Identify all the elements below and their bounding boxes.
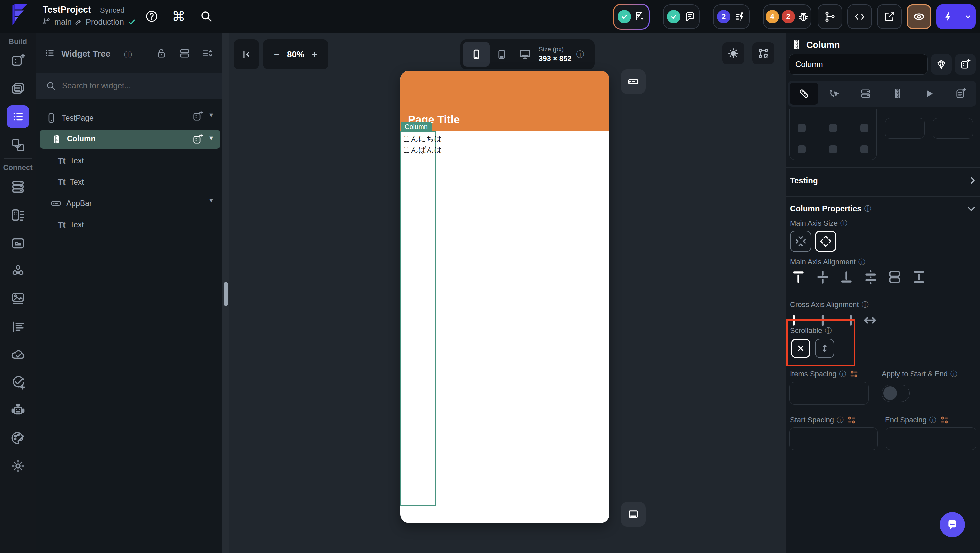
info-icon[interactable]: ⓘ [950, 369, 957, 379]
device-tablet-tab[interactable] [490, 48, 513, 60]
tree-node-appbar[interactable]: AppBar [50, 195, 217, 212]
rail-item-pages[interactable] [8, 79, 28, 99]
panels-icon[interactable] [179, 47, 191, 59]
lock-icon[interactable] [155, 47, 167, 59]
widget-style-button[interactable] [931, 54, 951, 75]
widget-search-input[interactable] [61, 81, 209, 91]
cross-axis-align-stretch[interactable] [862, 312, 878, 330]
rail-item-ai-agent[interactable] [8, 400, 28, 420]
command-menu-button[interactable]: ⌘ [172, 9, 185, 24]
main-axis-align-start[interactable] [790, 269, 807, 287]
widget-name-input[interactable] [789, 54, 928, 75]
support-chat-button[interactable] [940, 512, 965, 537]
text-widget[interactable]: こんにちは [403, 133, 442, 144]
tree-node-column-selected[interactable]: Column ▾ [40, 130, 220, 149]
tab-design[interactable] [790, 83, 818, 105]
device-desktop-tab[interactable] [513, 48, 536, 61]
chevron-right-icon[interactable] [967, 175, 978, 186]
run-split-button[interactable] [936, 4, 976, 29]
tree-scrollbar-thumb[interactable] [224, 282, 228, 306]
main-axis-align-space-evenly[interactable] [862, 269, 879, 287]
column-properties-header[interactable]: Column Properties [790, 204, 862, 213]
branch-tool-button[interactable] [818, 4, 842, 29]
rail-item-settings[interactable] [8, 456, 28, 476]
device-phone-tab[interactable] [463, 42, 490, 67]
help-button[interactable] [145, 10, 159, 25]
scrollable-off-button[interactable] [791, 338, 810, 358]
info-icon[interactable]: ⓘ [825, 326, 832, 335]
selection-outline[interactable]: こんにちは こんばんは [401, 131, 436, 506]
chevron-down-icon[interactable] [966, 203, 977, 215]
info-icon[interactable]: ⓘ [929, 415, 936, 425]
info-icon[interactable]: ⓘ [862, 300, 869, 309]
rail-item-images[interactable] [8, 289, 28, 309]
collapse-list-icon[interactable] [201, 47, 213, 59]
chevron-down-icon[interactable]: ▾ [209, 196, 213, 205]
chevron-down-icon[interactable]: ▾ [209, 111, 213, 119]
tab-backend[interactable] [850, 88, 881, 100]
info-icon[interactable]: ⓘ [864, 204, 871, 213]
main-axis-align-space-around[interactable] [886, 269, 903, 287]
run-button[interactable] [936, 11, 960, 22]
rail-item-cloud-functions[interactable] [8, 345, 28, 365]
add-child-widget-button[interactable] [955, 54, 976, 75]
start-spacing-input[interactable] [789, 427, 878, 450]
info-icon[interactable]: ⓘ [858, 257, 865, 267]
alignment-x-input[interactable] [885, 118, 925, 139]
search-button[interactable] [199, 10, 213, 24]
set-from-variable-icon[interactable] [849, 369, 859, 379]
collapse-panel-button[interactable] [234, 39, 259, 69]
flutterflow-logo[interactable] [7, 3, 32, 31]
actions-pill[interactable]: 2 [713, 4, 749, 29]
chevron-down-icon[interactable]: ▾ [209, 133, 213, 142]
run-options-button[interactable] [960, 12, 976, 21]
tab-animations[interactable] [913, 88, 945, 99]
scrollable-on-button[interactable] [815, 338, 834, 358]
app-bar[interactable]: Page Title [401, 71, 609, 131]
rail-item-widget-palette[interactable] [8, 51, 28, 71]
main-axis-align-space-between[interactable] [911, 269, 928, 287]
alignment-y-input[interactable] [933, 118, 973, 139]
tree-scrollbar-track[interactable] [223, 33, 229, 553]
zoom-out-button[interactable]: − [274, 49, 280, 60]
light-mode-toggle[interactable] [722, 42, 744, 64]
info-icon[interactable]: ⓘ [576, 49, 584, 60]
info-icon[interactable]: ⓘ [840, 219, 847, 228]
set-from-variable-icon[interactable] [940, 415, 949, 425]
info-icon[interactable]: ⓘ [837, 415, 844, 425]
add-widget-icon[interactable] [192, 133, 204, 145]
canvas-area[interactable]: − 80% + Size (px) 393 × 852 ⓘ [229, 33, 785, 553]
rail-item-theme[interactable] [8, 428, 28, 448]
tree-node-text-1[interactable]: Tt Text [58, 152, 218, 169]
testing-section-header[interactable]: Testing [790, 176, 818, 185]
rail-item-integrations[interactable] [8, 261, 28, 281]
review-pill[interactable] [613, 4, 649, 30]
alignment-grid-partial[interactable] [789, 109, 877, 160]
info-icon[interactable]: ⓘ [839, 369, 846, 379]
end-spacing-input[interactable] [886, 427, 976, 450]
issues-pill[interactable]: 4 2 [763, 4, 811, 29]
branch-row[interactable]: main Production [43, 17, 136, 27]
rail-item-typography[interactable] [8, 317, 28, 337]
rail-item-tests[interactable] [8, 372, 28, 393]
apply-start-end-toggle[interactable] [881, 385, 910, 402]
preview-mode-button[interactable] [907, 4, 931, 29]
rail-item-database[interactable] [8, 177, 28, 197]
main-axis-size-min[interactable] [790, 230, 811, 252]
tab-actions[interactable] [818, 88, 850, 100]
open-external-button[interactable] [877, 4, 902, 29]
tree-node-text-2[interactable]: Tt Text [58, 173, 218, 191]
info-icon[interactable]: ⓘ [124, 49, 132, 60]
rail-item-media-assets[interactable] [8, 234, 28, 253]
main-axis-size-max[interactable] [815, 230, 836, 252]
tab-documentation[interactable] [945, 88, 976, 100]
navbar-quick-button[interactable] [621, 502, 646, 527]
items-spacing-input[interactable] [789, 382, 869, 405]
canvas-settings-button[interactable] [752, 42, 774, 64]
text-widget[interactable]: こんばんは [403, 145, 442, 155]
zoom-in-button[interactable]: + [312, 49, 318, 60]
rail-item-widget-tree-active[interactable] [7, 105, 29, 128]
device-frame[interactable]: Page Title Column こんにちは こんばんは [401, 71, 609, 523]
code-view-button[interactable] [847, 4, 872, 29]
rail-item-components[interactable] [8, 135, 28, 155]
